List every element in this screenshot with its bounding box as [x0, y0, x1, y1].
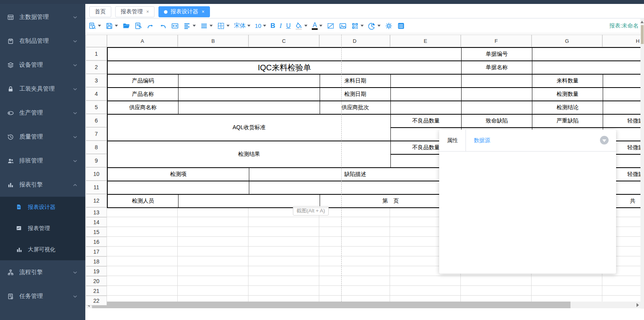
tab-首页[interactable]: 首页 [89, 6, 111, 17]
sheet-cell[interactable]: 供应商批次 [320, 101, 391, 115]
sheet-cell[interactable] [391, 88, 462, 101]
row-header-12[interactable]: 12 [86, 194, 107, 207]
sheet-cell[interactable] [603, 75, 640, 88]
row-header-15[interactable]: 15 [86, 227, 107, 237]
sheet-corner-cell[interactable] [86, 35, 107, 47]
sheet-cell[interactable]: 轻微缺陷 [603, 115, 640, 128]
row-header-4[interactable]: 4 [86, 87, 107, 101]
sidebar-subitem-报表管理[interactable]: 报表管理 [0, 218, 85, 239]
row-header-21[interactable]: 21 [86, 286, 107, 296]
save-icon[interactable] [104, 20, 120, 31]
sheet-cell[interactable] [462, 101, 532, 115]
sheet-cell[interactable]: 检测项 [108, 168, 249, 181]
row-header-8[interactable]: 8 [86, 141, 107, 154]
spreadsheet-canvas[interactable]: 单据编号IQC来料检验单单据名称产品编码来料日期来料数量产品名称检测日期检测数量… [86, 33, 640, 320]
scroll-up-arrow-icon[interactable] [640, 21, 644, 23]
sheet-cell[interactable]: 产品编码 [108, 75, 178, 88]
open-folder-icon[interactable] [121, 20, 132, 31]
row-header-11[interactable]: 11 [86, 181, 107, 194]
export-icon[interactable] [133, 20, 144, 31]
panel-collapse-button[interactable] [600, 136, 609, 144]
sheet-cell[interactable] [603, 101, 640, 115]
font-family-select[interactable]: 宋体 [232, 20, 252, 31]
sheet-cell[interactable] [391, 75, 462, 88]
row-header-18[interactable]: 18 [86, 256, 107, 266]
sidebar-item-2[interactable]: 在制品管理 [0, 29, 85, 53]
data-list-icon[interactable] [396, 20, 407, 31]
row-header-17[interactable]: 17 [86, 247, 107, 256]
image-icon[interactable] [337, 20, 348, 31]
close-icon[interactable]: × [146, 9, 149, 14]
row-header-16[interactable]: 16 [86, 237, 107, 247]
italic-button[interactable]: I [278, 20, 283, 31]
column-header-F[interactable]: F [461, 35, 532, 47]
merge-cells-icon[interactable] [169, 20, 180, 31]
column-header-G[interactable]: G [532, 35, 602, 47]
sheet-cell[interactable] [532, 48, 640, 61]
line-height-icon[interactable] [199, 20, 214, 31]
font-color-button[interactable]: A [310, 20, 324, 31]
sidebar-item-8[interactable]: 报表引擎 [0, 173, 85, 197]
sheet-cell[interactable] [108, 181, 249, 195]
align-left-icon[interactable] [182, 20, 197, 31]
column-header-A[interactable]: A [107, 35, 178, 47]
row-header-13[interactable]: 13 [86, 207, 107, 217]
sheet-cell[interactable]: 严重缺陷 [532, 115, 603, 128]
sidebar-item-9[interactable]: 流程引擎 [0, 260, 85, 284]
redo-icon[interactable] [145, 20, 156, 31]
preview-icon[interactable] [87, 20, 103, 31]
row-header-22[interactable]: 22 [86, 296, 107, 305]
sheet-cell[interactable]: 检测结果 [108, 141, 391, 168]
sheet-cell[interactable]: IQC来料检验单 [108, 61, 462, 75]
sheet-cell[interactable]: 缺陷描述 [249, 168, 462, 181]
row-header-5[interactable]: 5 [86, 101, 107, 114]
underline-button[interactable]: U [285, 20, 293, 31]
sheet-cell[interactable] [249, 181, 462, 195]
sheet-cell[interactable] [462, 88, 532, 101]
close-icon[interactable]: × [202, 9, 204, 14]
gear-icon[interactable] [383, 20, 394, 31]
sidebar-item-10[interactable]: 任务管理 [0, 284, 85, 308]
sheet-cell[interactable]: 来料日期 [320, 75, 391, 88]
sidebar-item-3[interactable]: 设备管理 [0, 53, 85, 77]
sidebar-item-7[interactable]: 排班管理 [0, 149, 85, 173]
row-header-10[interactable]: 10 [86, 167, 107, 181]
column-header-E[interactable]: E [390, 35, 461, 47]
fill-color-icon[interactable] [293, 20, 309, 31]
row-header-14[interactable]: 14 [86, 217, 107, 227]
sidebar-item-1[interactable]: 主数据管理 [0, 5, 85, 29]
sheet-cell[interactable]: 检测日期 [320, 88, 391, 101]
row-header-3[interactable]: 3 [86, 74, 107, 87]
sheet-cell[interactable]: 供应商名称 [108, 101, 178, 115]
sheet-cell[interactable]: 不良品数量 [391, 115, 462, 128]
sheet-cell[interactable] [178, 88, 320, 101]
row-header-7[interactable]: 7 [86, 127, 107, 141]
column-header-B[interactable]: B [178, 35, 248, 47]
sheet-cell[interactable]: 单据编号 [462, 48, 532, 61]
vertical-scrollbar-thumb[interactable] [641, 25, 644, 44]
sidebar-subitem-报表设计器[interactable]: 报表设计器 [0, 197, 85, 218]
clear-cell-icon[interactable] [325, 20, 336, 31]
sheet-cell[interactable]: 致命缺陷 [462, 115, 532, 128]
qrcode-icon[interactable] [350, 20, 365, 31]
tab-properties[interactable]: 属性 [439, 130, 466, 151]
sheet-cell[interactable] [108, 48, 462, 61]
sidebar-item-4[interactable]: 工装夹具管理 [0, 77, 85, 101]
scroll-right-arrow-icon[interactable] [637, 303, 639, 307]
sheet-cell[interactable]: 检测数量 [532, 88, 603, 101]
vertical-scrollbar[interactable] [640, 19, 644, 309]
row-header-1[interactable]: 1 [86, 47, 107, 60]
sidebar-subitem-大屏可视化[interactable]: 大屏可视化 [0, 239, 85, 260]
tab-报表设计器[interactable]: 报表设计器× [158, 6, 210, 17]
sheet-cell[interactable] [391, 101, 462, 115]
sheet-cell[interactable]: 产品名称 [108, 88, 178, 101]
sheet-cell[interactable]: 检测人员 [108, 195, 178, 208]
sheet-cell[interactable] [178, 75, 320, 88]
font-size-select[interactable]: 10 [253, 20, 268, 31]
sheet-cell[interactable] [462, 75, 532, 88]
column-header-D[interactable]: D [319, 35, 390, 47]
horizontal-scrollbar-thumb[interactable] [92, 302, 570, 308]
undo-icon[interactable] [157, 20, 168, 31]
bold-button[interactable]: B [269, 20, 277, 31]
sidebar-item-5[interactable]: 生产管理 [0, 101, 85, 125]
